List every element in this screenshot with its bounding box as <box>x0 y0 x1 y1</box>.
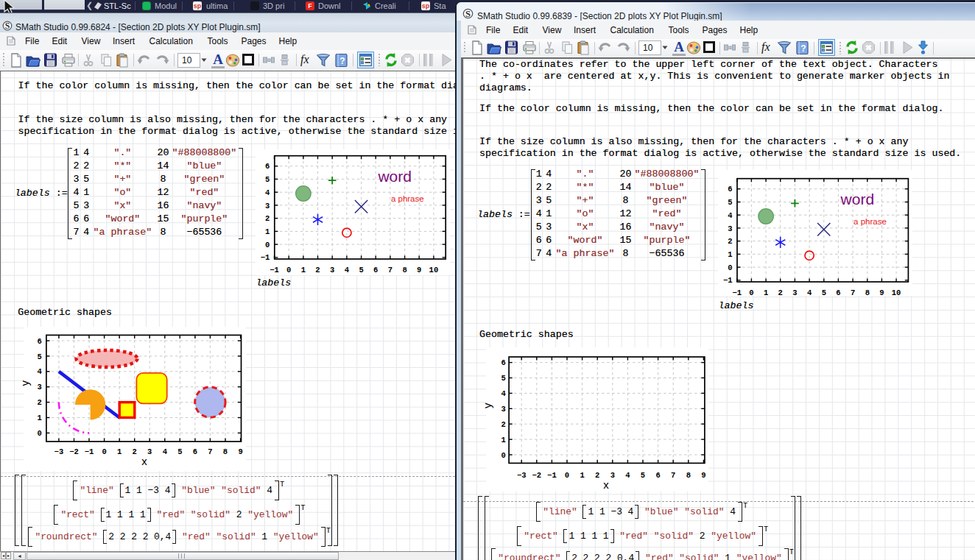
svg-text:5: 5 <box>38 352 42 361</box>
svg-text:0: 0 <box>286 266 291 274</box>
svg-text:8: 8 <box>223 447 228 456</box>
svg-text:S: S <box>5 21 10 31</box>
svg-text:a phrase: a phrase <box>853 217 887 226</box>
svg-text:−2: −2 <box>69 447 79 456</box>
svg-text:1: 1 <box>301 266 306 274</box>
svg-text:6: 6 <box>836 288 840 297</box>
svg-text:x: x <box>141 455 147 467</box>
svg-text:6: 6 <box>193 447 197 456</box>
svg-text:y: y <box>481 403 493 408</box>
svg-text:6: 6 <box>265 162 270 171</box>
svg-text:0: 0 <box>38 429 42 438</box>
svg-text:5: 5 <box>641 471 645 480</box>
svg-text:1: 1 <box>38 414 42 422</box>
svg-text:9: 9 <box>879 288 884 297</box>
svg-text:y: y <box>18 380 31 386</box>
svg-text:3: 3 <box>610 471 615 480</box>
svg-text:7: 7 <box>671 471 675 480</box>
svg-text:10: 10 <box>892 288 901 297</box>
svg-text:2: 2 <box>778 288 783 297</box>
svg-text:−2: −2 <box>532 471 541 480</box>
svg-text:4: 4 <box>807 288 812 297</box>
svg-text:2: 2 <box>133 447 137 456</box>
svg-text:8: 8 <box>865 288 870 297</box>
svg-text:4: 4 <box>728 211 732 220</box>
svg-text:a phrase: a phrase <box>391 194 424 203</box>
svg-text:2: 2 <box>501 420 506 429</box>
svg-text:3: 3 <box>330 266 334 274</box>
svg-text:3: 3 <box>792 288 797 297</box>
svg-text:0: 0 <box>265 241 270 249</box>
svg-text:−3: −3 <box>54 447 64 456</box>
svg-text:2: 2 <box>595 471 599 480</box>
svg-text:9: 9 <box>417 266 421 274</box>
svg-text:?: ? <box>800 43 806 54</box>
svg-text:−1: −1 <box>723 276 733 285</box>
svg-text:4: 4 <box>163 447 167 456</box>
svg-text:6: 6 <box>728 185 732 194</box>
svg-text:word: word <box>840 191 875 208</box>
svg-text:1: 1 <box>728 250 732 259</box>
svg-text:2: 2 <box>728 237 732 246</box>
svg-text:7: 7 <box>208 447 212 456</box>
svg-text:7: 7 <box>388 266 393 274</box>
svg-text:0: 0 <box>565 471 569 480</box>
svg-text:3: 3 <box>147 447 152 456</box>
svg-text:6: 6 <box>38 337 42 346</box>
svg-text:1: 1 <box>117 447 122 456</box>
svg-text:5: 5 <box>501 374 506 383</box>
svg-text:6: 6 <box>655 471 660 480</box>
svg-text:2: 2 <box>38 398 42 407</box>
svg-text:S: S <box>465 9 471 19</box>
svg-text:−1: −1 <box>547 471 557 480</box>
svg-text:5: 5 <box>822 288 826 297</box>
svg-text:0: 0 <box>501 451 506 460</box>
svg-text:0: 0 <box>728 263 732 272</box>
svg-text:?: ? <box>339 56 345 66</box>
svg-text:3: 3 <box>728 224 732 233</box>
svg-text:0: 0 <box>102 447 106 456</box>
svg-text:6: 6 <box>373 266 378 274</box>
svg-text:9: 9 <box>238 447 242 456</box>
svg-text:5: 5 <box>728 198 732 207</box>
svg-text:3: 3 <box>501 405 506 414</box>
svg-text:x: x <box>603 478 609 491</box>
svg-text:5: 5 <box>359 266 363 274</box>
svg-text:2: 2 <box>265 214 270 223</box>
svg-text:8: 8 <box>686 471 691 480</box>
svg-text:3: 3 <box>265 202 270 210</box>
svg-text:10: 10 <box>429 266 439 274</box>
svg-text:7: 7 <box>851 288 855 297</box>
svg-text:5: 5 <box>265 175 270 184</box>
svg-text:4: 4 <box>345 266 349 274</box>
svg-text:4: 4 <box>265 188 270 197</box>
svg-text:1: 1 <box>501 436 506 444</box>
svg-text:1: 1 <box>265 227 270 236</box>
svg-text:word: word <box>377 168 412 185</box>
svg-text:−3: −3 <box>517 471 527 480</box>
svg-text:−1: −1 <box>270 266 279 274</box>
svg-text:4: 4 <box>501 389 506 398</box>
svg-text:1: 1 <box>580 471 584 480</box>
svg-text:0: 0 <box>749 288 753 297</box>
svg-text:4: 4 <box>38 367 42 376</box>
svg-text:5: 5 <box>177 447 182 456</box>
svg-text:−1: −1 <box>732 288 742 297</box>
svg-text:3: 3 <box>38 383 42 391</box>
svg-text:−1: −1 <box>85 447 94 456</box>
svg-text:8: 8 <box>402 266 406 274</box>
svg-text:1: 1 <box>764 288 768 297</box>
svg-text:9: 9 <box>701 471 705 480</box>
svg-text:−1: −1 <box>261 253 270 262</box>
svg-text:6: 6 <box>501 358 506 367</box>
svg-text:4: 4 <box>625 471 630 480</box>
svg-text:2: 2 <box>315 266 320 274</box>
